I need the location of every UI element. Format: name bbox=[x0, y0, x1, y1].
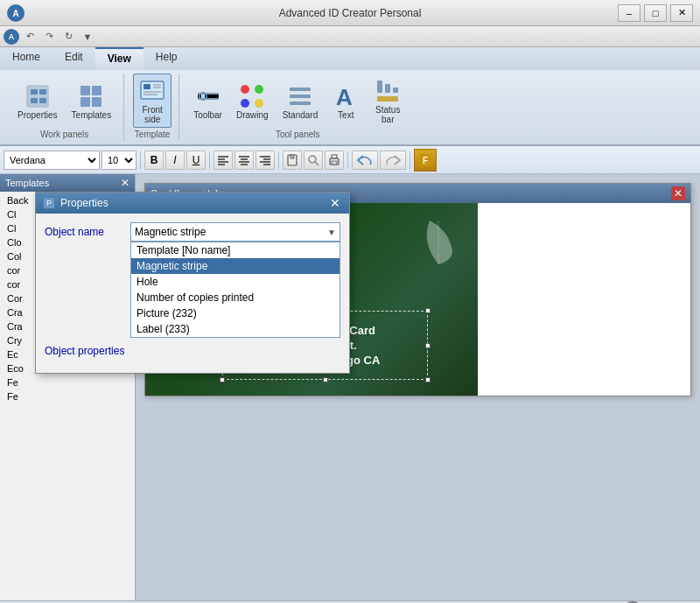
qa-back-button[interactable]: ↶ bbox=[21, 29, 38, 45]
tab-home[interactable]: Home bbox=[0, 47, 52, 70]
object-name-dropdown[interactable]: Magnetic stripe ▼ bbox=[130, 222, 340, 242]
dropdown-item-5[interactable]: Label (233) bbox=[131, 321, 340, 337]
ribbon-btn-frontside-label: Frontside bbox=[142, 105, 162, 124]
dropdown-item-1[interactable]: Magnetic stripe bbox=[131, 258, 340, 274]
handle-br[interactable] bbox=[425, 377, 430, 382]
ribbon-btn-drawing[interactable]: Drawing bbox=[231, 79, 274, 123]
statusbar-icon bbox=[374, 77, 402, 105]
ribbon-btn-statusbar-label: Statusbar bbox=[375, 105, 400, 124]
templates-panel-close[interactable]: ✕ bbox=[121, 177, 130, 189]
dialog-titlebar: P Properties ✕ bbox=[36, 193, 349, 214]
card-leaf-icon bbox=[416, 216, 460, 277]
ribbon-btn-standard[interactable]: Standard bbox=[277, 79, 324, 123]
svg-rect-5 bbox=[31, 98, 38, 103]
card-close-button[interactable]: ✕ bbox=[671, 186, 685, 200]
templates-panel-titlebar: Templates ✕ bbox=[0, 174, 135, 192]
frontside-icon bbox=[138, 77, 166, 105]
svg-rect-17 bbox=[198, 95, 219, 98]
dropdown-item-2[interactable]: Hole bbox=[131, 274, 340, 290]
qa-refresh-button[interactable]: ↻ bbox=[60, 29, 77, 45]
ribbon-btn-toolbar[interactable]: Toolbar bbox=[188, 79, 228, 123]
bold-button[interactable]: B bbox=[144, 151, 164, 170]
format-toolbar: Verdana 10 B I U F bbox=[0, 146, 700, 174]
ribbon-tabs: Home Edit View Help bbox=[0, 47, 700, 70]
window-title: Advanced ID Creator Personal bbox=[279, 7, 422, 19]
svg-rect-8 bbox=[92, 86, 102, 95]
print-button[interactable] bbox=[325, 151, 344, 170]
redo-button[interactable] bbox=[380, 151, 406, 170]
ribbon-btn-templates[interactable]: Templates bbox=[66, 79, 117, 123]
minimize-button[interactable]: – bbox=[618, 4, 640, 22]
dropdown-selected-value: Magnetic stripe bbox=[135, 226, 206, 238]
dropdown-item-4[interactable]: Picture (232) bbox=[131, 305, 340, 321]
drawing-icon bbox=[238, 82, 266, 110]
ribbon-btn-text[interactable]: A Text bbox=[326, 79, 365, 123]
dialog-content: Object name Magnetic stripe ▼ Template [… bbox=[36, 214, 349, 373]
title-bar-left: A bbox=[7, 4, 24, 22]
svg-rect-2 bbox=[27, 86, 48, 107]
ribbon-btn-toolbar-label: Toolbar bbox=[193, 110, 222, 120]
special-button[interactable]: F bbox=[414, 149, 437, 172]
svg-rect-28 bbox=[290, 102, 311, 105]
main-area: Templates ✕ Back Cl Cl Clo Col cor cor C… bbox=[0, 174, 700, 600]
align-left-button[interactable] bbox=[214, 151, 233, 170]
svg-rect-11 bbox=[141, 81, 164, 99]
font-select[interactable]: Verdana bbox=[4, 151, 100, 170]
dropdown-item-3[interactable]: Number of copies printed bbox=[131, 290, 340, 305]
handle-mr[interactable] bbox=[425, 343, 430, 348]
maximize-button[interactable]: □ bbox=[644, 4, 667, 22]
tab-edit[interactable]: Edit bbox=[52, 47, 95, 70]
ribbon-btn-drawing-label: Drawing bbox=[236, 110, 269, 120]
svg-point-25 bbox=[255, 99, 263, 108]
ribbon: Home Edit View Help Pro bbox=[0, 47, 700, 146]
svg-rect-54 bbox=[332, 161, 337, 165]
handle-bc[interactable] bbox=[323, 377, 328, 382]
fmt-sep-5 bbox=[410, 151, 410, 169]
font-size-select[interactable]: 10 bbox=[102, 151, 136, 170]
ribbon-group-toolpanels: Toolbar Drawing bbox=[181, 74, 414, 141]
svg-rect-12 bbox=[144, 84, 150, 89]
handle-bl[interactable] bbox=[220, 377, 225, 382]
fmt-sep-2 bbox=[209, 151, 210, 169]
align-center-button[interactable] bbox=[234, 151, 254, 170]
qa-forward-button[interactable]: ↷ bbox=[40, 29, 58, 45]
close-button[interactable]: ✕ bbox=[670, 4, 693, 22]
object-properties-row: Object properties bbox=[45, 345, 340, 357]
svg-rect-32 bbox=[385, 84, 390, 93]
underline-button[interactable]: U bbox=[186, 151, 206, 170]
list-item[interactable]: Fe bbox=[2, 375, 133, 389]
ribbon-group-workpanels-label: Work panels bbox=[40, 130, 88, 141]
tab-view[interactable]: View bbox=[95, 47, 144, 70]
dropdown-item-0[interactable]: Template [No name] bbox=[131, 242, 340, 258]
dialog-close-button[interactable]: ✕ bbox=[328, 196, 342, 210]
svg-rect-21 bbox=[198, 98, 219, 100]
handle-tr[interactable] bbox=[425, 308, 430, 313]
align-right-button[interactable] bbox=[256, 151, 275, 170]
standard-icon bbox=[286, 82, 314, 110]
app-logo-small: A bbox=[4, 29, 19, 45]
qa-dropdown-button[interactable]: ▼ bbox=[79, 29, 96, 45]
search-button[interactable] bbox=[304, 151, 323, 170]
svg-rect-26 bbox=[290, 88, 311, 91]
tab-help[interactable]: Help bbox=[144, 47, 190, 70]
list-item[interactable]: Fe bbox=[2, 389, 133, 403]
ribbon-btn-statusbar[interactable]: Statusbar bbox=[368, 74, 407, 128]
undo-button[interactable] bbox=[352, 151, 378, 170]
properties-dialog: P Properties ✕ Object name Magnetic stri… bbox=[35, 192, 350, 374]
svg-rect-33 bbox=[393, 88, 398, 93]
ribbon-btn-templates-label: Templates bbox=[72, 110, 112, 120]
svg-rect-31 bbox=[377, 81, 382, 93]
ribbon-btn-properties[interactable]: Properties bbox=[12, 79, 63, 123]
svg-rect-20 bbox=[198, 93, 219, 95]
ribbon-btn-frontside[interactable]: Frontside bbox=[133, 74, 172, 128]
text-icon: A bbox=[332, 82, 360, 110]
italic-button[interactable]: I bbox=[165, 151, 185, 170]
fmt-sep-4 bbox=[347, 151, 348, 169]
dialog-title-area: P Properties bbox=[43, 197, 108, 209]
svg-text:A: A bbox=[12, 9, 18, 18]
new-button[interactable] bbox=[283, 151, 302, 170]
svg-point-24 bbox=[241, 99, 249, 108]
ribbon-content: Properties Templates Work panels bbox=[0, 70, 700, 144]
ribbon-btn-standard-label: Standard bbox=[283, 110, 318, 120]
ribbon-group-workpanels-items: Properties Templates bbox=[12, 74, 116, 128]
